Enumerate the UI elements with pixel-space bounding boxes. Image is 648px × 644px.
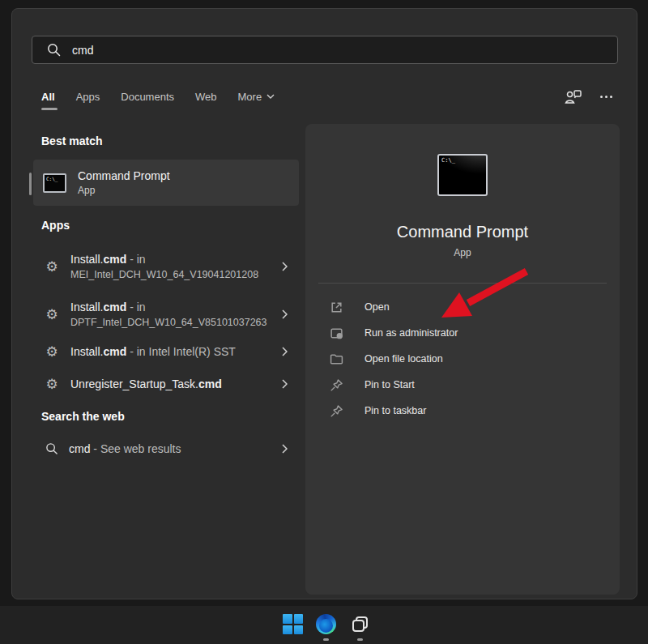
running-indicator xyxy=(323,638,329,641)
chevron-right-icon xyxy=(282,262,288,271)
section-header-apps: Apps xyxy=(41,219,70,232)
tab-selected-indicator xyxy=(41,108,58,110)
more-options-icon[interactable] xyxy=(600,96,612,98)
app-result-location: DPTF_Intel_DCH_W10_64_V85101037263 xyxy=(70,317,282,328)
tab-documents[interactable]: Documents xyxy=(121,91,174,103)
app-result-row[interactable]: ⚙ Install.cmd - in DPTF_Intel_DCH_W10_64… xyxy=(33,292,299,337)
search-icon xyxy=(47,43,61,57)
gear-icon: ⚙ xyxy=(44,343,60,360)
best-match-subtitle: App xyxy=(78,185,170,196)
detail-app-subtitle: App xyxy=(305,247,620,258)
tab-web[interactable]: Web xyxy=(195,91,217,103)
action-run-as-administrator[interactable]: Run as administrator xyxy=(305,320,620,346)
chevron-right-icon xyxy=(282,379,288,389)
best-match-result[interactable]: C:\_ Command Prompt App xyxy=(33,160,299,206)
chevron-right-icon xyxy=(282,444,288,454)
gear-icon: ⚙ xyxy=(44,376,60,393)
pin-icon xyxy=(330,404,343,418)
search-flyout-panel: cmd All Apps Documents Web More xyxy=(11,8,637,599)
command-prompt-icon: C:\_ xyxy=(43,173,66,193)
app-result-row[interactable]: ⚙ Install.cmd - in Intel Intel(R) SST xyxy=(33,335,299,368)
action-pin-to-taskbar[interactable]: Pin to taskbar xyxy=(305,398,620,424)
open-icon xyxy=(330,301,343,314)
task-view-icon xyxy=(352,616,369,633)
section-header-best-match: Best match xyxy=(41,134,102,147)
action-open[interactable]: Open xyxy=(305,294,620,320)
search-query-text: cmd xyxy=(72,44,93,57)
chevron-down-icon xyxy=(266,94,275,99)
search-input[interactable]: cmd xyxy=(32,36,618,64)
section-header-search-web: Search the web xyxy=(41,410,125,423)
web-result-row[interactable]: cmd - See web results xyxy=(33,433,299,465)
taskbar-task-view-button[interactable] xyxy=(349,613,371,635)
taskbar-edge-button[interactable] xyxy=(315,613,337,635)
search-toolbar-right xyxy=(564,86,612,107)
tab-all[interactable]: All xyxy=(41,91,55,103)
chevron-right-icon xyxy=(282,347,288,356)
command-prompt-icon: C:\_ xyxy=(437,154,488,196)
result-detail-pane: C:\_ Command Prompt App Open Run as admi… xyxy=(305,124,620,595)
action-open-file-location[interactable]: Open file location xyxy=(305,346,620,372)
edge-icon xyxy=(316,614,336,634)
divider xyxy=(318,283,607,284)
app-result-location: MEI_Intel_DCH_W10_64_V19041201208 xyxy=(70,269,282,280)
action-pin-to-start[interactable]: Pin to Start xyxy=(305,372,620,398)
folder-icon xyxy=(330,352,343,366)
tab-more[interactable]: More xyxy=(238,91,275,103)
scrollbar-thumb[interactable] xyxy=(29,173,32,195)
gear-icon: ⚙ xyxy=(44,306,60,323)
app-result-row[interactable]: ⚙ Unregister_Startup_Task.cmd xyxy=(33,368,299,400)
tab-apps[interactable]: Apps xyxy=(76,91,100,103)
gear-icon: ⚙ xyxy=(44,258,60,275)
windows-logo-icon xyxy=(283,614,303,634)
filter-tabs: All Apps Documents Web More xyxy=(41,86,275,107)
start-button[interactable] xyxy=(282,613,304,635)
run-as-admin-icon xyxy=(330,326,343,340)
detail-app-title: Command Prompt xyxy=(305,223,620,241)
search-icon xyxy=(45,442,58,455)
account-options-icon[interactable] xyxy=(564,89,582,104)
desktop: cmd All Apps Documents Web More xyxy=(0,0,648,644)
pin-icon xyxy=(330,378,343,392)
running-indicator xyxy=(357,638,363,641)
app-result-row[interactable]: ⚙ Install.cmd - in MEI_Intel_DCH_W10_64_… xyxy=(33,244,299,289)
best-match-title: Command Prompt xyxy=(78,169,170,182)
taskbar xyxy=(0,606,648,644)
chevron-right-icon xyxy=(282,309,288,319)
